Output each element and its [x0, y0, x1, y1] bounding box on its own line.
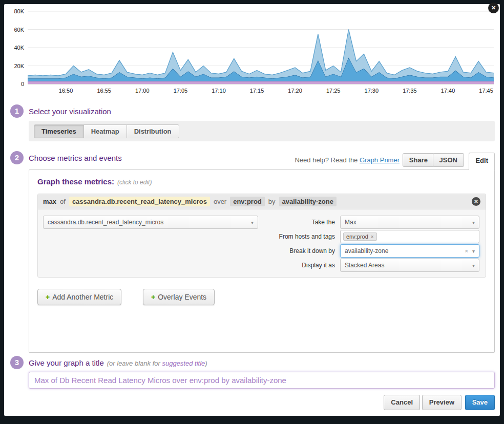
query-metric-token[interactable]: cassandra.db.recent_read_latency_micros: [69, 197, 210, 206]
cancel-button[interactable]: Cancel: [384, 395, 420, 410]
metric-select-value: cassandra.db.recent_read_latency_micros: [48, 219, 247, 226]
svg-text:16:55: 16:55: [97, 88, 111, 94]
take-the-label: Take the: [253, 216, 335, 229]
help-text-prefix: Need help? Read the: [295, 156, 358, 164]
svg-text:17:15: 17:15: [250, 88, 264, 94]
overlay-events-label: Overlay Events: [158, 293, 206, 301]
click-to-edit-hint: (click to edit): [117, 179, 152, 186]
query-by-word: by: [268, 198, 276, 205]
metric-editor: max of cassandra.db.recent_read_latency_…: [37, 194, 486, 278]
close-icon[interactable]: ✕: [488, 3, 499, 13]
break-down-label: Break it down by: [253, 244, 335, 258]
graph-primer-link[interactable]: Graph Primer: [360, 156, 400, 164]
graph-title-input[interactable]: [29, 372, 495, 389]
query-over-word: over: [214, 198, 226, 205]
step-3-hint: (or leave blank for suggested title): [107, 359, 207, 367]
share-button[interactable]: Share: [403, 153, 434, 167]
display-as-label: Display it as: [253, 259, 335, 272]
svg-text:0: 0: [21, 81, 24, 87]
tab-timeseries[interactable]: Timeseries: [34, 124, 84, 138]
svg-text:60K: 60K: [14, 27, 24, 33]
svg-text:16:50: 16:50: [59, 88, 73, 94]
tab-distribution[interactable]: Distribution: [127, 124, 179, 138]
svg-text:17:40: 17:40: [441, 88, 455, 94]
svg-text:40K: 40K: [14, 45, 24, 51]
query-bar[interactable]: max of cassandra.db.recent_read_latency_…: [38, 194, 486, 209]
tab-heatmap[interactable]: Heatmap: [83, 124, 127, 138]
query-of-word: of: [60, 198, 66, 205]
svg-text:17:05: 17:05: [174, 88, 188, 94]
svg-text:17:00: 17:00: [135, 88, 150, 94]
chevron-down-icon: ▾: [472, 263, 475, 268]
help-text: Need help? Read the Graph Primer: [295, 156, 400, 164]
step-3-title: Give your graph a title(or leave blank f…: [29, 358, 207, 367]
save-button[interactable]: Save: [465, 395, 495, 410]
chevron-down-icon: ▾: [472, 220, 475, 225]
remove-tag-icon[interactable]: ×: [371, 234, 374, 240]
step-3-badge: 3: [10, 356, 24, 369]
step-1-title: Select your visualization: [29, 107, 111, 116]
hint-prefix: (or leave blank for: [107, 359, 160, 367]
step-1-badge: 1: [10, 104, 24, 118]
graph-editor-modal: 020K40K60K80K16:5016:5517:0017:0517:1017…: [4, 4, 500, 416]
query-group-token[interactable]: availability-zone: [279, 197, 337, 206]
from-hosts-label: From hosts and tags: [253, 230, 335, 243]
group-by-value: availability-zone: [345, 247, 461, 255]
svg-text:17:20: 17:20: [288, 88, 302, 94]
remove-query-icon[interactable]: ✕: [472, 197, 480, 206]
add-another-metric-label: Add Another Metric: [52, 293, 113, 301]
visualization-tabs-strip: Timeseries Heatmap Distribution: [29, 121, 495, 141]
graph-metrics-heading-text: Graph these metrics:: [37, 177, 114, 186]
add-another-metric-button[interactable]: +Add Another Metric: [37, 289, 121, 305]
query-aggregation[interactable]: max: [43, 198, 56, 205]
svg-text:20K: 20K: [14, 63, 24, 69]
svg-text:17:35: 17:35: [403, 88, 417, 94]
step-2-title: Choose metrics and events: [29, 154, 122, 162]
suggested-title-link[interactable]: suggested title: [162, 359, 205, 367]
scope-tag[interactable]: env:prod ×: [343, 232, 377, 241]
edit-tab[interactable]: Edit: [469, 153, 495, 170]
preview-button[interactable]: Preview: [422, 395, 461, 410]
hint-suffix: ): [205, 359, 207, 367]
svg-text:17:30: 17:30: [365, 88, 379, 94]
plus-icon: +: [46, 293, 50, 301]
svg-text:17:10: 17:10: [212, 88, 226, 94]
svg-text:17:25: 17:25: [326, 88, 341, 94]
overlay-events-button[interactable]: +Overlay Events: [143, 289, 215, 305]
svg-text:17:45: 17:45: [479, 88, 493, 94]
metrics-panel: Graph these metrics:(click to edit) max …: [29, 169, 495, 353]
clear-icon[interactable]: ×: [465, 248, 468, 254]
plus-icon: +: [151, 293, 155, 301]
svg-text:80K: 80K: [14, 8, 24, 14]
scope-tag-text: env:prod: [346, 234, 368, 240]
metric-select[interactable]: cassandra.db.recent_read_latency_micros …: [43, 216, 258, 229]
step-3-title-text: Give your graph a title: [29, 358, 104, 367]
graph-metrics-heading: Graph these metrics:(click to edit): [37, 177, 152, 186]
display-as-value: Stacked Areas: [345, 262, 468, 269]
display-as-select[interactable]: Stacked Areas ▾: [340, 259, 479, 272]
aggregation-select[interactable]: Max ▾: [340, 216, 479, 229]
aggregation-value: Max: [345, 219, 468, 226]
chevron-down-icon: ▾: [472, 248, 475, 254]
scope-tags-input[interactable]: env:prod ×: [340, 230, 479, 243]
group-by-select[interactable]: availability-zone × ▾: [340, 244, 479, 258]
json-button[interactable]: JSON: [433, 153, 464, 167]
timeseries-chart[interactable]: 020K40K60K80K16:5016:5517:0017:0517:1017…: [5, 7, 497, 95]
step-2-badge: 2: [10, 151, 24, 164]
query-scope-token[interactable]: env:prod: [230, 197, 265, 206]
